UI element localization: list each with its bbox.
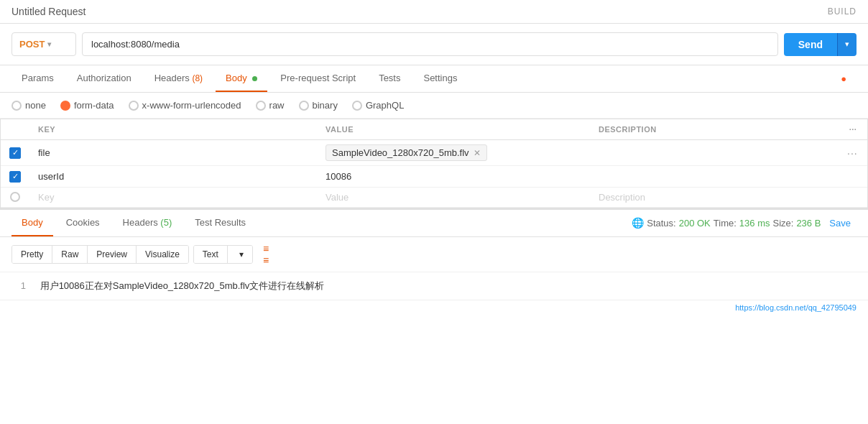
send-dropdown-button[interactable]: ▾ (837, 33, 857, 56)
row2-desc-cell[interactable] (590, 166, 839, 188)
row1-chip-close[interactable]: ✕ (474, 148, 481, 158)
row3-desc-cell[interactable]: Description (590, 187, 839, 207)
radio-urlencoded[interactable]: x-www-form-urlencoded (129, 100, 241, 111)
chevron-down-icon: ▾ (47, 40, 51, 48)
tab-body[interactable]: Body (216, 65, 267, 92)
resp-tab-body[interactable]: Body (11, 210, 53, 236)
body-dot (252, 76, 257, 81)
table-row: userId 10086 (1, 166, 867, 188)
row2-key: userId (38, 171, 64, 182)
response-section: Body Cookies Headers (5) Test Results 🌐 … (0, 208, 868, 315)
row1-more-icon[interactable]: ··· (847, 147, 858, 159)
radio-raw[interactable]: raw (256, 100, 285, 111)
resp-tab-cookies[interactable]: Cookies (56, 210, 110, 236)
page-title: Untitled Request (11, 6, 86, 17)
status-label: Status: (647, 218, 675, 229)
resp-tab-headers[interactable]: Headers (5) (113, 210, 183, 236)
time-label: Time: (714, 218, 737, 229)
row1-key-cell[interactable]: file (29, 140, 317, 166)
row1-filename: SampleVideo_1280x720_5mb.flv (332, 147, 469, 158)
method-label: POST (19, 39, 45, 50)
radio-circle-none (11, 101, 22, 111)
globe-icon[interactable]: 🌐 (632, 217, 644, 229)
radio-circle-urlencoded (129, 101, 139, 111)
resp-format-btn[interactable]: Text (194, 246, 228, 263)
row1-checkbox-cell (1, 140, 29, 166)
radio-form-data[interactable]: form-data (60, 100, 114, 111)
row3-dots-cell (839, 187, 867, 207)
row3-key-cell[interactable]: Key (29, 187, 317, 207)
radio-circle-raw (256, 101, 266, 111)
table-header-row: KEY VALUE DESCRIPTION ··· (1, 119, 867, 140)
tab-authorization[interactable]: Authorization (67, 65, 142, 92)
resp-body: 1 用户10086正在对SampleVideo_1280x720_5mb.flv… (0, 272, 868, 300)
radio-circle-form-data (60, 101, 70, 111)
radio-label-urlencoded: x-www-form-urlencoded (142, 100, 241, 111)
row3-key-placeholder: Key (38, 192, 54, 203)
col-dots-header: ··· (839, 119, 867, 140)
tab-tests[interactable]: Tests (369, 65, 410, 92)
line-number: 1 (11, 280, 26, 291)
radio-none[interactable]: none (11, 100, 46, 111)
size-label: Size: (772, 218, 793, 229)
row1-key: file (38, 147, 50, 158)
radio-label-binary: binary (313, 100, 338, 111)
radio-graphql[interactable]: GraphQL (352, 100, 404, 111)
tab-pre-request-script[interactable]: Pre-request Script (270, 65, 366, 92)
time-value: 136 ms (739, 218, 770, 229)
build-label: BUILD (828, 6, 857, 17)
resp-headers-badge: (5) (160, 217, 172, 228)
send-btn-group: Send ▾ (784, 33, 857, 56)
row2-checkbox[interactable] (9, 171, 21, 183)
row2-value: 10086 (326, 171, 351, 182)
row1-desc-cell[interactable] (590, 140, 839, 166)
body-type-row: none form-data x-www-form-urlencoded raw… (0, 93, 868, 119)
params-table-wrapper: KEY VALUE DESCRIPTION ··· file SampleVid… (0, 119, 868, 208)
row2-value-cell[interactable]: 10086 (317, 166, 590, 188)
radio-circle-binary (299, 101, 309, 111)
row3-value-cell[interactable]: Value (317, 187, 590, 207)
row1-file-chip: SampleVideo_1280x720_5mb.flv ✕ (326, 144, 487, 161)
radio-label-graphql: GraphQL (366, 100, 404, 111)
row2-dots-cell (839, 166, 867, 188)
table-row: file SampleVideo_1280x720_5mb.flv ✕ ··· (1, 140, 867, 166)
sort-icon[interactable]: ≡≡ (263, 243, 269, 266)
resp-meta: 🌐 Status: 200 OK Time: 136 ms Size: 236 … (632, 217, 857, 229)
row1-value-cell[interactable]: SampleVideo_1280x720_5mb.flv ✕ (317, 140, 590, 166)
tab-headers[interactable]: Headers (8) (144, 65, 213, 92)
size-value: 236 B (796, 218, 821, 229)
tab-settings[interactable]: Settings (413, 65, 467, 92)
radio-label-form-data: form-data (74, 100, 114, 111)
resp-body-content: 用户10086正在对SampleVideo_1280x720_5mb.flv文件… (40, 280, 325, 291)
footer-url-text: https://blog.csdn.net/qq_42795049 (735, 303, 857, 312)
resp-toolbar: Pretty Raw Preview Visualize Text ▾ ≡≡ (0, 237, 868, 272)
tab-extra: ● (831, 66, 857, 91)
resp-format-chevron[interactable]: ▾ (231, 246, 252, 263)
row3-value-placeholder: Value (326, 192, 348, 203)
url-input[interactable] (82, 32, 778, 56)
send-button[interactable]: Send (784, 33, 837, 56)
tab-params[interactable]: Params (11, 65, 64, 92)
response-tabs: Body Cookies Headers (5) Test Results 🌐 … (0, 210, 868, 237)
col-check-header (1, 119, 29, 140)
resp-format-group: Text ▾ (193, 245, 253, 264)
request-tabs: Params Authorization Headers (8) Body Pr… (0, 65, 868, 93)
radio-binary[interactable]: binary (299, 100, 338, 111)
resp-tab-test-results[interactable]: Test Results (185, 210, 256, 236)
method-select[interactable]: POST ▾ (11, 32, 76, 56)
resp-preview-btn[interactable]: Preview (88, 246, 137, 263)
col-key-header: KEY (29, 119, 317, 140)
row2-key-cell[interactable]: userId (29, 166, 317, 188)
radio-label-raw: raw (269, 100, 285, 111)
resp-visualize-btn[interactable]: Visualize (137, 246, 188, 263)
resp-raw-btn[interactable]: Raw (52, 246, 88, 263)
row1-checkbox[interactable] (9, 147, 21, 159)
save-button[interactable]: Save (823, 218, 857, 229)
radio-circle-graphql (352, 101, 362, 111)
radio-label-none: none (25, 100, 46, 111)
row3-desc-placeholder: Description (599, 192, 645, 203)
status-value: 200 OK (679, 218, 711, 229)
resp-pretty-btn[interactable]: Pretty (12, 246, 52, 263)
row3-checkbox-cell (1, 187, 29, 207)
url-row: POST ▾ Send ▾ (0, 24, 868, 65)
